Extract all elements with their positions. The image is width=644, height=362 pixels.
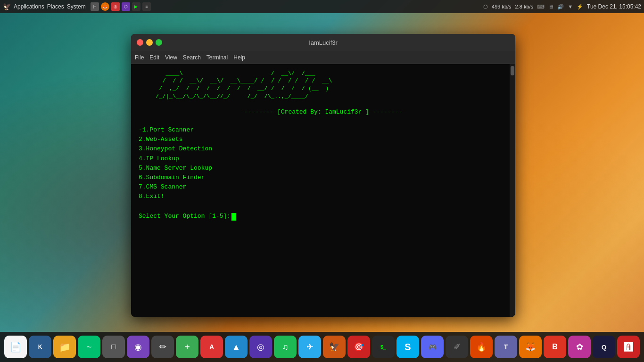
terminal-title: IamLucif3r <box>309 39 338 46</box>
menu-view[interactable]: View <box>165 54 177 61</box>
quicklaunch-icon-3[interactable]: ◎ <box>111 2 120 11</box>
quicklaunch-icon-1[interactable]: F <box>91 2 99 11</box>
power-icon: ⚡ <box>577 4 583 10</box>
maximize-button[interactable] <box>156 39 162 46</box>
menu-file[interactable]: File <box>135 54 144 61</box>
dock-item-files[interactable]: 📁 <box>53 336 76 358</box>
dock-item-inkscape[interactable]: ✏ <box>151 336 174 358</box>
dock-item-akira[interactable]: 🅰 <box>617 336 640 358</box>
dock-item-activity[interactable]: ▲ <box>225 336 248 358</box>
dock-item-gedit[interactable]: 📄 <box>4 336 27 358</box>
menu-item-7: 7.CMS Scanner <box>139 183 508 191</box>
scrollbar-track[interactable] <box>510 64 515 317</box>
menu-item-2: 2.Web-Assets <box>139 135 508 144</box>
ascii-art-banner: ____\ / __\/ /___ / / / __\/ __\/ __\___… <box>139 70 508 100</box>
dock-item-flame[interactable]: 🔥 <box>470 336 493 358</box>
terminal-titlebar: IamLucif3r <box>131 34 515 51</box>
taskbar-top: 🦅 Applications Places System F 🦊 ◎ ⬡ ▶ ≡… <box>0 0 644 13</box>
dock-item-display[interactable]: □ <box>102 336 125 358</box>
dock-item-bullseye[interactable]: 🎯 <box>347 336 370 358</box>
taskbar-top-right: ⬡ 499 kb/s 2.8 kb/s ⌨ 🖥 🔊 ▼ ⚡ Tue Dec 21… <box>483 3 641 10</box>
dock-item-anbox[interactable]: A <box>200 336 223 358</box>
dock-item-discord[interactable]: 🎮 <box>421 336 444 358</box>
dock-item-brave[interactable]: B <box>544 336 566 358</box>
terminal-content[interactable]: ____\ / __\/ /___ / / / __\/ __\/ __\___… <box>131 64 515 317</box>
dock-item-orchid[interactable]: ✿ <box>568 336 591 358</box>
dock-item-shell[interactable]: $_ <box>372 336 395 358</box>
net-speed-down: 2.8 kb/s <box>515 4 534 9</box>
quicklaunch-icon-5[interactable]: ▶ <box>132 2 140 11</box>
terminal-menubar: File Edit View Search Terminal Help <box>131 51 515 64</box>
battery-icon: ▼ <box>568 4 573 9</box>
dock-item-firefox[interactable]: 🦊 <box>519 336 542 358</box>
created-by-text: -------- [Created By: IamLucif3r ] -----… <box>244 108 402 115</box>
places-menu[interactable]: Places <box>47 3 64 10</box>
volume-icon: 🔊 <box>557 4 564 10</box>
quicklaunch-icon-4[interactable]: ⬡ <box>122 2 130 11</box>
desktop: 🦅 Applications Places System F 🦊 ◎ ⬡ ▶ ≡… <box>0 0 644 362</box>
taskbar-bottom: 📄 K 📁 ~ □ ◉ ✏ + A ▲ ◎ ♫ ✈ 🦅 🎯 $_ S 🎮 ✐ 🔥… <box>0 332 644 362</box>
cursor-block <box>231 213 236 221</box>
quicklaunch-icon-6[interactable]: ≡ <box>142 2 151 11</box>
prompt-text: Select Your Option [1-5]: <box>139 212 231 221</box>
menu-item-3: 3.Honeypot Detection <box>139 145 508 153</box>
menu-item-4: 4.IP Lookup <box>139 155 508 163</box>
display-icon: 🖥 <box>548 4 553 9</box>
dock-item-calc[interactable]: + <box>176 336 198 358</box>
dock-item-teams[interactable]: T <box>495 336 517 358</box>
keyboard-icon: ⌨ <box>537 4 545 10</box>
net-speed-up: 499 kb/s <box>492 4 512 9</box>
dock-item-monitor[interactable]: ~ <box>78 336 100 358</box>
window-buttons <box>137 39 162 46</box>
menu-terminal[interactable]: Terminal <box>206 54 228 61</box>
dock-item-unknown1[interactable]: ◉ <box>127 336 149 358</box>
dock-item-tor[interactable]: ◎ <box>249 336 272 358</box>
minimize-button[interactable] <box>146 39 153 46</box>
system-menu[interactable]: System <box>67 3 86 10</box>
applications-menu[interactable]: Applications <box>14 3 44 10</box>
dock-item-pencil[interactable]: ✐ <box>446 336 468 358</box>
created-by-line: -------- [Created By: IamLucif3r ] -----… <box>139 108 508 116</box>
clock: Tue Dec 21, 15:05:42 <box>587 3 641 10</box>
quicklaunch-icon-2[interactable]: 🦊 <box>101 2 109 11</box>
menu-item-1: -1.Port Scanner <box>139 126 508 134</box>
network-icon: ⬡ <box>483 4 488 10</box>
garuda-logo-icon: 🦅 <box>3 3 11 10</box>
prompt-line[interactable]: Select Your Option [1-5]: <box>139 212 508 221</box>
menu-items-list: -1.Port Scanner 2.Web-Assets 3.Honeypot … <box>139 126 508 201</box>
dock-item-kdenlive[interactable]: K <box>29 336 51 358</box>
menu-item-5: 5.Name Server Lookup <box>139 164 508 173</box>
dock-item-spotify[interactable]: ♫ <box>274 336 297 358</box>
menu-search[interactable]: Search <box>183 54 201 61</box>
dock-item-qprompt[interactable]: Q <box>593 336 615 358</box>
dock-item-skype-s[interactable]: S <box>396 336 419 358</box>
dock-item-telegram[interactable]: ✈ <box>298 336 321 358</box>
dock-item-garuda[interactable]: 🦅 <box>323 336 346 358</box>
terminal-window: IamLucif3r File Edit View Search Termina… <box>131 34 515 317</box>
menu-edit[interactable]: Edit <box>149 54 159 61</box>
menu-help[interactable]: Help <box>233 54 245 61</box>
menu-item-8: 8.Exit! <box>139 192 508 201</box>
taskbar-top-left: 🦅 Applications Places System F 🦊 ◎ ⬡ ▶ ≡ <box>3 2 151 11</box>
menu-item-6: 6.Subdomain Finder <box>139 173 508 182</box>
close-button[interactable] <box>137 39 143 46</box>
